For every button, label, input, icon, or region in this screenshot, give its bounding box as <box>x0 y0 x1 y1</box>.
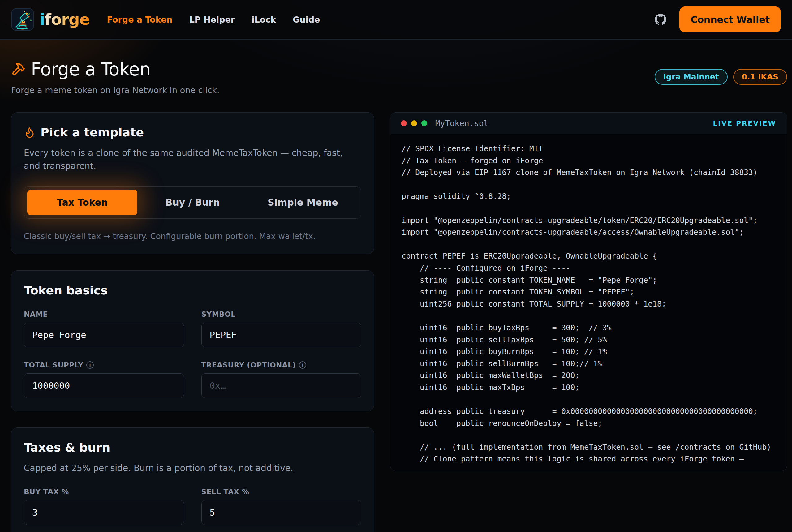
tab-tax-token[interactable]: Tax Token <box>27 190 137 215</box>
hammer-icon <box>11 62 25 76</box>
page-subtitle: Forge a meme token on Igra Network in on… <box>11 86 219 95</box>
buy-tax-label: BUY TAX % <box>24 488 184 496</box>
tab-buy-burn[interactable]: Buy / Burn <box>137 190 247 215</box>
code-preview-panel: MyToken.sol LIVE PREVIEW // SPDX-License… <box>390 112 787 471</box>
traffic-light-red-icon <box>401 120 407 126</box>
taxes-burn-card: Taxes & burn Capped at 25% per side. Bur… <box>11 428 374 532</box>
name-field-group: NAME <box>24 310 184 347</box>
buy-tax-input[interactable] <box>24 500 184 525</box>
name-input[interactable] <box>24 323 184 347</box>
taxes-burn-description: Capped at 25% per side. Burn is a portio… <box>24 462 352 475</box>
treasury-field-group: TREASURY (OPTIONAL)i <box>202 361 362 398</box>
editor-header: MyToken.sol LIVE PREVIEW <box>391 113 787 134</box>
editor-filename: MyToken.sol <box>435 119 489 128</box>
template-card-title: Pick a template <box>24 126 361 139</box>
treasury-input[interactable] <box>202 373 362 398</box>
info-icon[interactable]: i <box>86 361 94 369</box>
flame-icon <box>24 127 36 138</box>
template-tabs: Tax Token Buy / Burn Simple Meme <box>24 186 361 219</box>
page-title: Forge a Token <box>31 59 151 80</box>
brand-logo-icon <box>11 8 34 31</box>
treasury-label: TREASURY (OPTIONAL)i <box>202 361 362 369</box>
editor-body: // SPDX-License-Identifier: MIT // Tax T… <box>391 134 787 471</box>
nav-link-forge-a-token[interactable]: Forge a Token <box>107 15 173 24</box>
buy-tax-field-group: BUY TAX % <box>24 488 184 525</box>
brand-name: iforge <box>40 11 90 28</box>
sell-tax-input[interactable] <box>202 500 362 525</box>
nav-link-guide[interactable]: Guide <box>293 15 320 24</box>
total-supply-field-group: TOTAL SUPPLYi <box>24 361 184 398</box>
nav-links: Forge a Token LP Helper iLock Guide <box>107 15 320 24</box>
page-header: Forge a Token Forge a meme token on Igra… <box>11 59 787 95</box>
token-basics-card: Token basics NAME SYMBOL TOTAL SUPPLYi <box>11 270 374 411</box>
info-icon[interactable]: i <box>299 361 306 369</box>
nav-link-lp-helper[interactable]: LP Helper <box>189 15 235 24</box>
fee-badge: 0.1 iKAS <box>733 69 787 85</box>
total-supply-label: TOTAL SUPPLYi <box>24 361 184 369</box>
network-badge: Igra Mainnet <box>655 69 728 85</box>
header-badges: Igra Mainnet 0.1 iKAS <box>655 69 787 85</box>
solidity-code: // SPDX-License-Identifier: MIT // Tax T… <box>401 143 776 465</box>
navbar: iforge Forge a Token LP Helper iLock Gui… <box>0 0 792 40</box>
taxes-burn-title: Taxes & burn <box>24 441 361 454</box>
traffic-light-green-icon <box>421 120 427 126</box>
total-supply-input[interactable] <box>24 373 184 398</box>
brand[interactable]: iforge <box>11 8 90 31</box>
nav-right: Connect Wallet <box>655 6 781 33</box>
name-label: NAME <box>24 310 184 318</box>
template-caption: Classic buy/sell tax → treasury. Configu… <box>24 232 361 241</box>
window-controls <box>401 120 427 126</box>
main-content: Forge a Token Forge a meme token on Igra… <box>0 59 792 532</box>
traffic-light-yellow-icon <box>411 120 417 126</box>
connect-wallet-button[interactable]: Connect Wallet <box>679 6 781 33</box>
github-icon[interactable] <box>655 14 666 25</box>
nav-link-ilock[interactable]: iLock <box>251 15 276 24</box>
symbol-label: SYMBOL <box>202 310 362 318</box>
tab-simple-meme[interactable]: Simple Meme <box>248 190 358 215</box>
template-description: Every token is a clone of the same audit… <box>24 147 352 173</box>
sell-tax-label: SELL TAX % <box>202 488 362 496</box>
live-preview-badge: LIVE PREVIEW <box>713 119 776 127</box>
token-basics-title: Token basics <box>24 284 361 297</box>
symbol-field-group: SYMBOL <box>202 310 362 347</box>
template-card: Pick a template Every token is a clone o… <box>11 112 374 254</box>
sell-tax-field-group: SELL TAX % <box>202 488 362 525</box>
symbol-input[interactable] <box>202 323 362 347</box>
